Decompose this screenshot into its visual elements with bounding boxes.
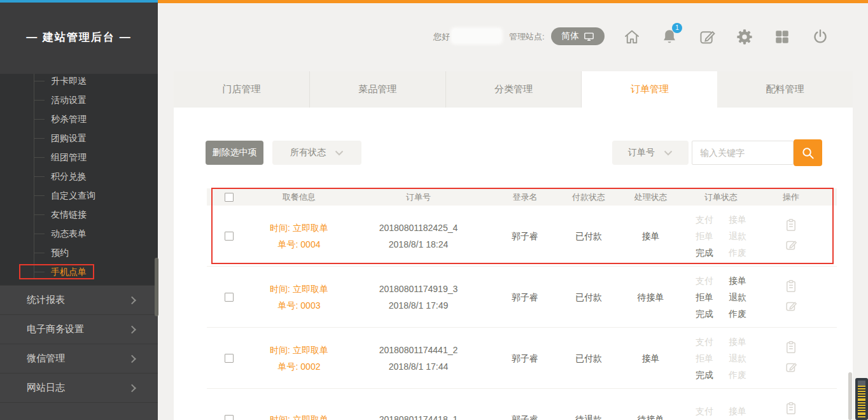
status-action-disabled[interactable]: 拒单 <box>696 350 713 367</box>
sidebar-item[interactable]: 积分兑换 <box>0 167 158 186</box>
row-checkbox-cell <box>207 232 251 241</box>
pay-status-cell: 已付款 <box>560 350 617 367</box>
order-no: 20180801174418_1 <box>379 411 458 420</box>
order-time: 2018/8/1 17:49 <box>389 297 448 314</box>
row-checkbox[interactable] <box>225 293 234 302</box>
search-field-select[interactable]: 订单号 <box>612 141 689 165</box>
status-action-enabled[interactable]: 作废 <box>729 305 746 322</box>
chevron-down-icon <box>335 150 344 156</box>
sidebar-section[interactable]: 网站日志 <box>0 373 158 402</box>
status-action-disabled[interactable]: 作废 <box>729 244 746 261</box>
tab-active[interactable]: 订单管理 <box>582 71 717 108</box>
row-checkbox-cell <box>207 354 251 363</box>
sidebar-scrollbar-thumb[interactable] <box>155 258 158 316</box>
sidebar-section[interactable]: 统计报表 <box>0 285 158 314</box>
sidebar-item-label: 活动设置 <box>51 95 87 105</box>
chevron-down-icon <box>664 150 673 156</box>
sidebar-section[interactable]: 微信管理 <box>0 344 158 373</box>
table-body: 时间: 立即取单单号: 000420180801182425_42018/8/1… <box>207 206 837 420</box>
col-header: 付款状态 <box>560 189 617 206</box>
sidebar-item[interactable]: 团购设置 <box>0 129 158 148</box>
gear-icon[interactable] <box>735 27 754 46</box>
copy-order-icon[interactable] <box>785 218 797 234</box>
order-no-cell: 20180801182425_42018/8/1 18:24 <box>347 220 490 253</box>
pickup-number: 单号: 0004 <box>278 236 321 253</box>
sidebar-item-label: 组团管理 <box>51 152 87 162</box>
action-icons <box>785 218 797 253</box>
row-checkbox-cell <box>207 293 251 302</box>
sidebar-item[interactable]: 动态表单 <box>0 224 158 243</box>
tab-item[interactable]: 门店管理 <box>174 71 310 108</box>
notification-badge: 1 <box>672 23 682 33</box>
delete-selected-button[interactable]: 删除选中项 <box>206 141 263 165</box>
status-action-disabled[interactable]: 退款 <box>729 228 746 244</box>
row-checkbox[interactable] <box>225 415 234 420</box>
pickup-info-cell: 时间: 立即取单 <box>251 411 347 420</box>
col-header: 操作 <box>762 189 820 206</box>
bell-icon[interactable]: 1 <box>660 27 679 46</box>
status-action-enabled[interactable]: 完成 <box>696 305 713 322</box>
edit-icon[interactable] <box>697 27 717 46</box>
status-action-disabled[interactable]: 支付 <box>696 333 713 350</box>
status-action-enabled[interactable]: 完成 <box>696 367 713 383</box>
action-icons <box>785 340 797 375</box>
status-filter-select[interactable]: 所有状态 <box>272 141 361 165</box>
order-time: 2018/8/1 18:24 <box>389 236 448 253</box>
header-checkbox-cell <box>207 193 251 202</box>
sidebar-item-label: 预约 <box>51 248 69 258</box>
status-action-disabled[interactable]: 接单 <box>729 211 746 228</box>
grid-icon[interactable] <box>773 27 792 46</box>
edit-order-icon[interactable] <box>785 300 797 314</box>
power-icon[interactable] <box>811 27 830 46</box>
status-action-enabled[interactable]: 拒单 <box>696 289 713 305</box>
sidebar-item[interactable]: 升卡即送 <box>0 71 158 90</box>
order-status-cell: 支付接单拒单退款完成作废 <box>673 272 769 322</box>
status-action-disabled[interactable]: 接单 <box>729 403 746 419</box>
order-status-cell: 支付接单拒单退款 <box>673 403 769 420</box>
status-action-enabled[interactable]: 接单 <box>729 272 746 289</box>
tab-item[interactable]: 分类管理 <box>446 71 582 108</box>
edit-order-icon[interactable] <box>785 239 797 253</box>
col-header: 取餐信息 <box>251 189 347 206</box>
sidebar-item[interactable]: 组团管理 <box>0 148 158 167</box>
sidebar-section[interactable]: 电子商务设置 <box>0 314 158 344</box>
top-stripe-orange <box>158 0 868 3</box>
copy-order-icon[interactable] <box>785 340 797 356</box>
sidebar-item[interactable]: 自定义查询 <box>0 186 158 205</box>
edit-order-icon[interactable] <box>785 361 797 375</box>
status-action-enabled[interactable]: 完成 <box>696 244 713 261</box>
col-header: 订单号 <box>347 189 490 206</box>
select-all-checkbox[interactable] <box>225 193 234 202</box>
sidebar-item[interactable]: 预约 <box>0 243 158 262</box>
row-checkbox[interactable] <box>225 232 234 241</box>
actions-cell <box>762 279 820 314</box>
status-action-disabled[interactable]: 接单 <box>729 333 746 350</box>
sidebar-item[interactable]: 手机点单 <box>0 262 158 281</box>
tab-item[interactable]: 菜品管理 <box>310 71 446 108</box>
sidebar-item-label: 升卡即送 <box>51 76 87 86</box>
order-no: 20180801174441_2 <box>379 342 458 358</box>
content-scrollbar-thumb[interactable] <box>848 372 852 420</box>
status-action-disabled[interactable]: 支付 <box>696 272 713 289</box>
pickup-info-cell: 时间: 立即取单单号: 0002 <box>251 342 347 375</box>
language-switch-button[interactable]: 简体 <box>551 27 605 45</box>
status-action-disabled[interactable]: 作废 <box>729 367 746 383</box>
order-no: 20180801174919_3 <box>379 281 458 297</box>
copy-order-icon[interactable] <box>785 279 797 295</box>
row-checkbox[interactable] <box>225 354 234 363</box>
status-action-disabled[interactable]: 退款 <box>729 350 746 367</box>
status-action-disabled[interactable]: 拒单 <box>696 228 713 244</box>
copy-order-icon[interactable] <box>785 402 797 417</box>
status-action-disabled[interactable]: 支付 <box>696 211 713 228</box>
sidebar-item[interactable]: 活动设置 <box>0 90 158 109</box>
sidebar-item[interactable]: 友情链接 <box>0 205 158 224</box>
sidebar-item-label: 友情链接 <box>51 209 87 220</box>
status-action-disabled[interactable]: 支付 <box>696 403 713 419</box>
tab-item[interactable]: 配料管理 <box>717 71 853 108</box>
search-input[interactable] <box>692 141 794 165</box>
sidebar-item[interactable]: 秒杀管理 <box>0 109 158 129</box>
status-action-enabled[interactable]: 退款 <box>729 289 746 305</box>
home-icon[interactable] <box>622 27 641 46</box>
username-redacted <box>451 27 503 45</box>
search-button[interactable] <box>794 139 822 166</box>
